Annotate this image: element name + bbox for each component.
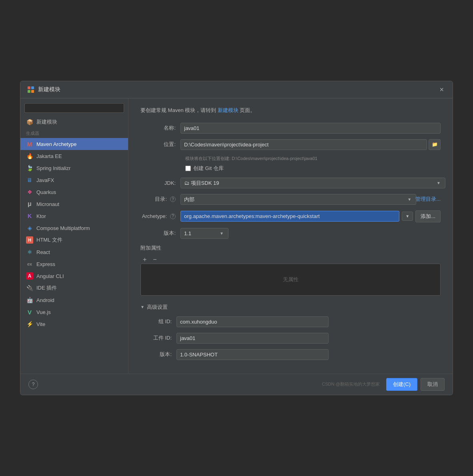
create-button[interactable]: 创建(C) (386, 378, 417, 391)
sidebar-item-maven-archetype[interactable]: M Maven Archetype (20, 138, 128, 150)
version-label: 版本: (140, 230, 180, 237)
sidebar-item-label-javafx: JavaFX (36, 177, 54, 183)
sidebar-item-vite[interactable]: ⚡ Vite (20, 318, 128, 330)
directory-select[interactable]: 内部 (180, 194, 416, 205)
sidebar-item-vuejs[interactable]: V Vue.js (20, 306, 128, 318)
no-properties-text: 无属性 (283, 276, 299, 283)
compose-icon: ◈ (26, 224, 33, 232)
archetype-input[interactable] (180, 211, 399, 222)
manage-directory-link[interactable]: 管理目录... (415, 196, 441, 203)
sidebar-item-micronaut[interactable]: μ Micronaut (20, 198, 128, 210)
footer-help-button[interactable]: ? (28, 380, 38, 389)
title-bar: 新建模块 × (20, 81, 453, 98)
info-bar: 要创建常规 Maven 模块，请转到 新建模块 页面。 (140, 106, 441, 115)
quarkus-icon: ❖ (26, 188, 33, 196)
footer-left: ? (28, 380, 38, 389)
group-id-row: 组 ID: (144, 316, 441, 327)
sidebar-item-label-express: Express (36, 261, 55, 267)
sidebar-section-label: 生成器 (20, 128, 128, 138)
properties-section: 附加属性 + − 无属性 (140, 244, 441, 296)
artifact-id-input[interactable] (176, 333, 329, 344)
angular-icon: A (26, 272, 33, 280)
path-hint: 模块将在以下位置创建: D:\Codes\maven\project\idea-… (185, 156, 441, 162)
group-id-input[interactable] (176, 316, 329, 327)
javafx-icon: 🖥 (26, 176, 33, 184)
remove-property-button[interactable]: − (150, 256, 159, 264)
sidebar-item-spring[interactable]: 🍃 Spring Initializr (20, 162, 128, 174)
sidebar-search-input[interactable] (24, 103, 124, 113)
advanced-toggle-label: 高级设置 (147, 304, 168, 311)
browse-button[interactable]: 📁 (429, 139, 441, 150)
archetype-dropdown-button[interactable]: ▼ (402, 212, 413, 221)
sidebar-item-compose[interactable]: ◈ Compose Multiplatform (20, 222, 128, 234)
git-checkbox[interactable] (185, 166, 191, 171)
directory-row: 目录: ? 内部 ▼ 管理目录... (140, 194, 441, 205)
archetype-input-wrapper: ▼ 添加... (180, 210, 441, 222)
sidebar-item-android[interactable]: 🤖 Android (20, 294, 128, 306)
sidebar-item-ktor[interactable]: K Ktor (20, 210, 128, 222)
name-row: 名称: (140, 123, 441, 134)
jdk-select[interactable]: 🗂 项目SDK 19 (180, 178, 445, 188)
svg-rect-1 (31, 86, 34, 89)
sidebar-item-javafx[interactable]: 🖥 JavaFX (20, 174, 128, 186)
sidebar-item-label-react: React (36, 249, 50, 255)
artifact-id-label: 工件 ID: (144, 334, 176, 342)
jdk-label: JDK: (140, 180, 180, 186)
name-input[interactable] (180, 123, 441, 134)
sidebar: 📦 新建模块 生成器 M Maven Archetype 🔥 Jakarta E… (20, 98, 128, 374)
sidebar-item-html[interactable]: H HTML 文件 (20, 234, 128, 246)
advanced-settings-toggle[interactable]: ▼ 高级设置 (140, 304, 441, 311)
archetype-help-icon[interactable]: ? (170, 214, 176, 219)
git-label[interactable]: 创建 Git 仓库 (193, 165, 224, 172)
archetype-add-button[interactable]: 添加... (415, 210, 441, 222)
location-field-wrapper: 📁 (180, 139, 441, 150)
sidebar-item-label-angular: Angular CLI (36, 273, 64, 279)
micronaut-icon: μ (26, 200, 33, 208)
react-icon: ⚛ (26, 248, 33, 256)
sidebar-item-jakarta-ee[interactable]: 🔥 Jakarta EE (20, 150, 128, 162)
info-text-before: 要创建常规 Maven 模块，请转到 (140, 107, 218, 113)
advanced-version-input[interactable] (176, 349, 329, 360)
sidebar-item-ide-plugin[interactable]: 🔌 IDE 插件 (20, 282, 128, 294)
android-icon: 🤖 (26, 296, 33, 304)
ktor-icon: K (26, 212, 33, 220)
sidebar-item-label-compose: Compose Multiplatform (36, 225, 90, 231)
sidebar-item-new-module[interactable]: 📦 新建模块 (20, 116, 128, 128)
title-bar-left: 新建模块 (27, 86, 60, 94)
sidebar-item-react[interactable]: ⚛ React (20, 246, 128, 258)
sidebar-item-quarkus[interactable]: ❖ Quarkus (20, 186, 128, 198)
group-id-label: 组 ID: (144, 318, 176, 325)
app-icon (27, 86, 35, 94)
info-link[interactable]: 新建模块 (218, 107, 239, 113)
vite-icon: ⚡ (26, 320, 33, 328)
close-button[interactable]: × (437, 85, 446, 94)
sidebar-item-label-micronaut: Micronaut (36, 201, 59, 207)
jdk-select-wrapper: 🗂 项目SDK 19 ▼ (180, 178, 441, 188)
location-input[interactable] (180, 139, 427, 150)
add-property-button[interactable]: + (140, 256, 149, 264)
info-text-after: 页面。 (239, 107, 256, 113)
sidebar-item-angular[interactable]: A Angular CLI (20, 270, 128, 282)
vue-icon: V (26, 308, 33, 316)
advanced-fields: 组 ID: 工件 ID: 版本: (144, 316, 441, 360)
sidebar-item-label-ide: IDE 插件 (36, 284, 57, 292)
sidebar-item-label-jakarta: Jakarta EE (36, 153, 62, 159)
directory-help-icon[interactable]: ? (170, 196, 176, 202)
version-select[interactable]: 1.1 (180, 228, 228, 239)
svg-rect-3 (31, 90, 34, 93)
svg-rect-2 (28, 90, 30, 93)
sidebar-item-label-html: HTML 文件 (36, 236, 62, 244)
new-module-dialog: 新建模块 × 📦 新建模块 生成器 M Maven Archetype 🔥 Ja… (20, 81, 453, 395)
name-label: 名称: (140, 124, 180, 132)
git-row: 创建 Git 仓库 (185, 165, 441, 172)
dialog-title: 新建模块 (38, 86, 60, 93)
jakarta-ee-icon: 🔥 (26, 152, 33, 160)
sidebar-item-label-android: Android (36, 297, 54, 303)
sidebar-item-express[interactable]: ex Express (20, 258, 128, 270)
artifact-id-row: 工件 ID: (144, 333, 441, 344)
folder-icon: 📁 (432, 142, 438, 147)
spring-icon: 🍃 (26, 164, 33, 172)
sidebar-item-label-vue: Vue.js (36, 309, 51, 315)
sidebar-item-label-ktor: Ktor (36, 213, 46, 219)
cancel-button[interactable]: 取消 (421, 378, 445, 391)
